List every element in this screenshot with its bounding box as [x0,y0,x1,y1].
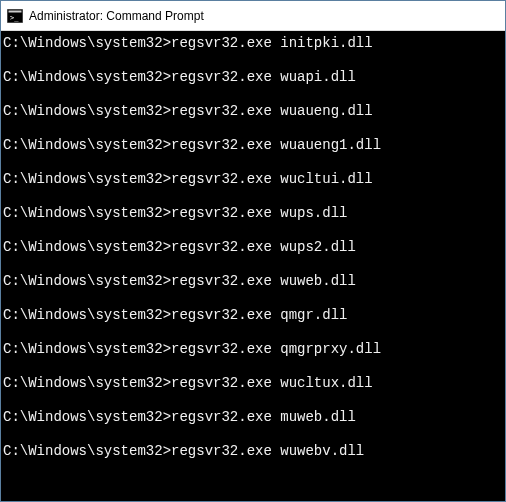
terminal-line: C:\Windows\system32>regsvr32.exe wucltux… [3,375,503,391]
command-prompt-window: >_ Administrator: Command Prompt C:\Wind… [0,0,506,502]
terminal-line: C:\Windows\system32>regsvr32.exe wuweb.d… [3,273,503,289]
terminal-line: C:\Windows\system32>regsvr32.exe wuaueng… [3,137,503,153]
svg-rect-1 [9,10,22,12]
terminal-output[interactable]: C:\Windows\system32>regsvr32.exe initpki… [1,31,505,501]
titlebar[interactable]: >_ Administrator: Command Prompt [1,1,505,31]
terminal-line: C:\Windows\system32>regsvr32.exe initpki… [3,35,503,51]
command-prompt-icon: >_ [7,9,23,23]
window-title: Administrator: Command Prompt [29,9,204,23]
terminal-line: C:\Windows\system32>regsvr32.exe qmgr.dl… [3,307,503,323]
terminal-line: C:\Windows\system32>regsvr32.exe wuwebv.… [3,443,503,459]
terminal-line: C:\Windows\system32>regsvr32.exe wuaueng… [3,103,503,119]
terminal-line: C:\Windows\system32>regsvr32.exe wups.dl… [3,205,503,221]
svg-text:>_: >_ [10,14,19,22]
terminal-line: C:\Windows\system32>regsvr32.exe muweb.d… [3,409,503,425]
terminal-line: C:\Windows\system32>regsvr32.exe wups2.d… [3,239,503,255]
terminal-line: C:\Windows\system32>regsvr32.exe wuapi.d… [3,69,503,85]
terminal-line: C:\Windows\system32>regsvr32.exe wucltui… [3,171,503,187]
terminal-line: C:\Windows\system32>regsvr32.exe qmgrprx… [3,341,503,357]
